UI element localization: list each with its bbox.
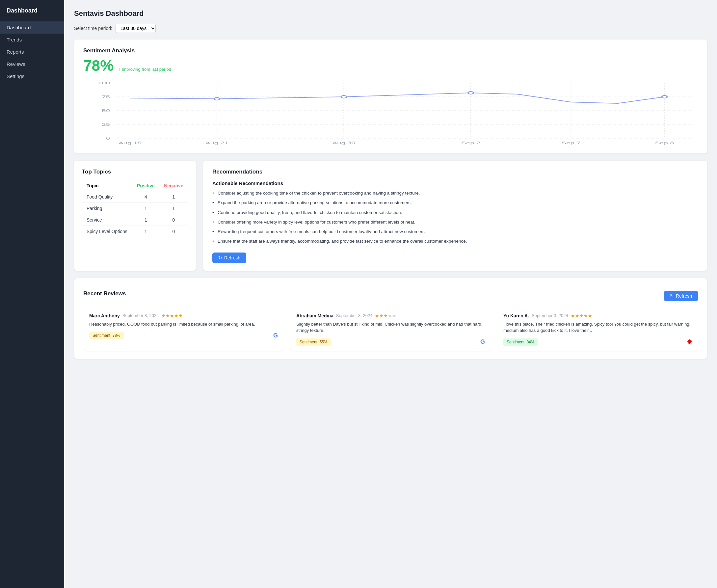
topic-name: Parking xyxy=(82,203,132,214)
review-card: Abraham Medina September 8, 2024 ★★★★★ S… xyxy=(290,307,491,351)
sidebar-item-settings[interactable]: Settings xyxy=(0,70,64,82)
reviews-refresh-label: Refresh xyxy=(676,293,692,299)
sidebar-item-trends[interactable]: Trends xyxy=(0,34,64,46)
star-empty: ★ xyxy=(392,313,396,318)
topic-name: Food Quality xyxy=(82,191,132,203)
review-header-row: Marc Anthony September 8, 2024 ★★★★★ xyxy=(89,313,278,318)
sentiment-percent-row: 78% ↑ Improving from last period xyxy=(83,57,698,75)
recommendation-item: Consider offering more variety in spicy … xyxy=(212,219,698,226)
recommendation-item: Ensure that the staff are always friendl… xyxy=(212,238,698,245)
recommendation-item: Rewarding frequent customers with free m… xyxy=(212,229,698,235)
topic-positive: 1 xyxy=(132,203,159,214)
sentiment-percent: 78% xyxy=(83,57,113,75)
star-filled: ★ xyxy=(579,313,584,318)
sentiment-badge: Sentiment: 55% xyxy=(296,338,331,346)
time-period-select[interactable]: Last 30 days Last 7 days Last 90 days xyxy=(115,24,156,33)
review-date: September 3, 2024 xyxy=(532,313,568,318)
svg-text:100: 100 xyxy=(98,81,110,85)
reviews-header: Recent Reviews ↻ Refresh xyxy=(83,286,698,301)
table-row: Food Quality41 xyxy=(82,191,188,203)
recommendations-refresh-button[interactable]: ↻ Refresh xyxy=(212,253,246,263)
topic-negative: 1 xyxy=(159,203,188,214)
svg-text:25: 25 xyxy=(102,123,110,127)
recent-reviews-card: Recent Reviews ↻ Refresh Marc Anthony Se… xyxy=(74,278,707,359)
star-filled: ★ xyxy=(166,313,170,318)
table-row: Service10 xyxy=(82,214,188,226)
review-author: Marc Anthony xyxy=(89,313,120,318)
sidebar-title: Dashboard xyxy=(0,0,64,21)
review-header-row: Yu Karen A. September 3, 2024 ★★★★★ xyxy=(503,313,692,318)
recs-subtitle: Actionable Recommendations xyxy=(212,181,698,186)
sentiment-trend: ↑ Improving from last period xyxy=(119,67,171,72)
top-topics-card: Top Topics Topic Positive Negative Food … xyxy=(74,161,196,271)
review-text: Reasonably priced, GOOD food but parking… xyxy=(89,321,278,328)
refresh-icon-2: ↻ xyxy=(670,293,674,299)
star-filled: ★ xyxy=(588,313,592,318)
review-text: Slightly better than Dave's but still ki… xyxy=(296,321,485,334)
recommendation-item: Expand the parking area or provide alter… xyxy=(212,200,698,206)
chart-svg: 100 75 50 25 0 Aug 19 Aug 21 Aug 30 Sep … xyxy=(83,80,698,146)
topic-positive: 4 xyxy=(132,191,159,203)
sentiment-title: Sentiment Analysis xyxy=(83,47,698,54)
sidebar-item-dashboard[interactable]: Dashboard xyxy=(0,21,64,34)
review-date: September 8, 2024 xyxy=(336,313,373,318)
topics-title: Top Topics xyxy=(82,169,188,175)
reviews-grid: Marc Anthony September 8, 2024 ★★★★★ Rea… xyxy=(83,307,698,351)
topic-name: Service xyxy=(82,214,132,226)
review-author: Yu Karen A. xyxy=(503,313,529,318)
recommendations-card: Recommendations Actionable Recommendatio… xyxy=(203,161,707,271)
reviews-refresh-button[interactable]: ↻ Refresh xyxy=(664,291,698,301)
google-icon: G xyxy=(480,338,485,345)
col-positive: Positive xyxy=(132,181,159,191)
svg-text:75: 75 xyxy=(102,95,110,99)
svg-text:Sep 7: Sep 7 xyxy=(561,141,581,145)
yelp-icon: ❋ xyxy=(687,338,692,346)
sidebar-nav: Dashboard Trends Reports Reviews Setting… xyxy=(0,21,64,82)
sidebar-item-reviews[interactable]: Reviews xyxy=(0,58,64,70)
review-card: Marc Anthony September 8, 2024 ★★★★★ Rea… xyxy=(83,307,284,351)
review-header-row: Abraham Medina September 8, 2024 ★★★★★ xyxy=(296,313,485,318)
sentiment-badge: Sentiment: 78% xyxy=(89,332,124,339)
svg-point-21 xyxy=(214,98,219,100)
svg-text:Aug 21: Aug 21 xyxy=(206,141,229,145)
review-footer: Sentiment: 84% ❋ xyxy=(503,338,692,346)
table-row: Parking11 xyxy=(82,203,188,214)
review-text: I love this place. Their fried chicken i… xyxy=(503,321,692,334)
sidebar-item-reports[interactable]: Reports xyxy=(0,46,64,58)
sentiment-chart: 100 75 50 25 0 Aug 19 Aug 21 Aug 30 Sep … xyxy=(83,80,698,146)
review-author: Abraham Medina xyxy=(296,313,334,318)
review-stars: ★★★★★ xyxy=(375,313,396,318)
svg-text:Aug 19: Aug 19 xyxy=(119,141,142,145)
recommendation-item: Continue providing good quality, fresh, … xyxy=(212,209,698,216)
star-filled: ★ xyxy=(178,313,183,318)
star-filled: ★ xyxy=(375,313,379,318)
topic-negative: 0 xyxy=(159,226,188,237)
refresh-icon: ↻ xyxy=(218,255,222,260)
review-footer: Sentiment: 55% G xyxy=(296,338,485,346)
google-icon: G xyxy=(273,332,278,339)
main-content: Sentavis Dashboard Select time period: L… xyxy=(64,0,717,588)
recommendation-item: Consider adjusting the cooking time of t… xyxy=(212,190,698,196)
review-stars: ★★★★★ xyxy=(571,313,592,318)
time-period-label: Select time period: xyxy=(74,26,112,31)
recs-list: Consider adjusting the cooking time of t… xyxy=(212,190,698,245)
svg-point-22 xyxy=(341,96,346,98)
sentiment-analysis-card: Sentiment Analysis 78% ↑ Improving from … xyxy=(74,40,707,153)
svg-text:Sep 2: Sep 2 xyxy=(461,141,480,145)
topic-negative: 1 xyxy=(159,191,188,203)
sidebar: Dashboard Dashboard Trends Reports Revie… xyxy=(0,0,64,588)
star-filled: ★ xyxy=(383,313,388,318)
col-topic: Topic xyxy=(82,181,132,191)
review-card: Yu Karen A. September 3, 2024 ★★★★★ I lo… xyxy=(498,307,698,351)
page-title: Sentavis Dashboard xyxy=(74,9,707,18)
topic-positive: 1 xyxy=(132,226,159,237)
table-row: Spicy Level Options10 xyxy=(82,226,188,237)
review-stars: ★★★★★ xyxy=(161,313,183,318)
review-date: September 8, 2024 xyxy=(123,313,159,318)
bottom-row: Top Topics Topic Positive Negative Food … xyxy=(74,161,707,271)
recs-title: Recommendations xyxy=(212,169,698,175)
svg-text:50: 50 xyxy=(102,109,110,113)
svg-text:0: 0 xyxy=(106,136,110,141)
topic-positive: 1 xyxy=(132,214,159,226)
reviews-title: Recent Reviews xyxy=(83,290,126,297)
